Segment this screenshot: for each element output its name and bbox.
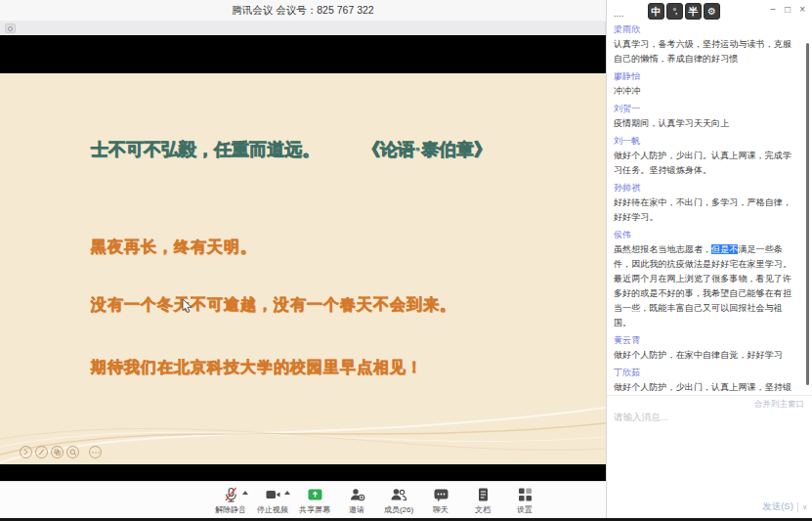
tencent-meeting-screen: 腾讯会议 会议号：825 767 322 士不可不弘毅，任重而道远。 《论语·泰… (0, 0, 812, 521)
chat-sender-name: 丁欣茹 (614, 366, 800, 380)
presenter-more-button[interactable] (89, 446, 102, 458)
stop-video-label: 停止视频 (257, 504, 288, 515)
slide-message-line-3: 期待我们在北京科技大学的校园里早点相见！ (91, 358, 423, 378)
ime-panel: 中°,半⚙ (648, 3, 720, 20)
share-screen-icon-row (307, 486, 323, 502)
chat-message-text: 认真学习，备考六级，坚持运动与读书，克服自己的懒惰，养成自律的好习惯 (614, 37, 800, 66)
presentation-slide: 士不可不弘毅，任重而道远。 《论语·泰伯章》 黑夜再长，终有天明。 没有一个冬天… (0, 73, 606, 464)
chat-message-text: 最近两个月在网上浏览了很多事物，看见了许多好的或是不好的事，我希望自己能够在有担… (614, 272, 800, 330)
ellipsis-icon (92, 451, 100, 455)
maximize-icon[interactable]: □ (785, 4, 791, 16)
ime-settings-gear-button[interactable]: ⚙ (704, 3, 720, 20)
selected-text-highlight: 但是不 (711, 244, 738, 254)
docs-icon-row (475, 486, 491, 502)
chat-sender-name: 刘贺一 (614, 102, 800, 116)
chat-bubble-icon (433, 487, 449, 502)
invite-person-plus-icon (349, 487, 365, 502)
chat-message-text: 虽然想报名当地志愿者，但是不满足一些条件，因此我的抗疫做法是好好宅在家里学习。 (614, 242, 800, 272)
settings-label: 设置 (517, 504, 533, 515)
members-icon-row (390, 486, 407, 502)
merge-to-main-window-link[interactable]: 合并到主窗口 (607, 396, 812, 412)
ime-punctuation-button[interactable]: °, (666, 3, 683, 20)
meeting-title: 腾讯会议 会议号：825 767 322 (232, 4, 373, 18)
chat-sender-name: 侯伟 (614, 228, 800, 242)
toolbar-share-screen-button[interactable]: 共享屏幕 (297, 486, 332, 515)
chat-icon-row (433, 486, 449, 502)
close-icon[interactable]: × (799, 4, 805, 16)
stop-video-icon-row (265, 486, 281, 502)
slide-quote-text: 士不可不弘毅，任重而道远。 (91, 138, 320, 161)
presenter-slides-button[interactable] (51, 446, 64, 458)
chat-message-text: 疫情期间，认真学习天天向上 (614, 116, 800, 131)
toolbar-invite-button[interactable]: 邀请 (339, 486, 374, 515)
slide-quote-source: 《论语·泰伯章》 (363, 138, 491, 161)
send-options-chevron-icon[interactable]: ∨ (802, 503, 807, 511)
presenter-pen-button[interactable] (35, 446, 48, 458)
magnifier-icon (69, 449, 77, 456)
ime-halfwidth-button[interactable]: 半 (685, 3, 702, 20)
minimize-icon[interactable]: − (770, 4, 776, 16)
members-icon (390, 487, 407, 502)
slide-message-line-2: 没有一个冬天不可逾越，没有一个春天不会到来。 (91, 295, 456, 316)
microphone-muted-icon (223, 487, 239, 502)
chat-message-list[interactable]: .... 梁雨欣认真学习，备考六级，坚持运动与读书，克服自己的懒惰，养成自律的好… (614, 8, 800, 391)
chat-message-text: 做好个人防护，在家中自律自觉，好好学习 (614, 348, 800, 363)
share-screen-label: 共享屏幕 (299, 504, 330, 515)
docs-label: 文档 (475, 504, 491, 515)
toolbar-stop-video-button[interactable]: 停止视频 (255, 486, 290, 515)
send-row: 发送(S) ∨ (762, 500, 807, 513)
shared-app-menu-icon (8, 26, 13, 31)
presenter-next-button[interactable] (20, 446, 32, 458)
chat-sender-name: 廖静怡 (614, 69, 800, 84)
chat-message-input[interactable] (614, 412, 804, 482)
invite-icon-row (349, 486, 365, 502)
mouse-cursor (182, 298, 192, 314)
screen-share-stage: 士不可不弘毅，任重而道远。 《论语·泰伯章》 黑夜再长，终有天明。 没有一个冬天… (0, 35, 606, 481)
toolbar-docs-button[interactable]: 文档 (465, 486, 500, 515)
meeting-toolbar: 解除静音 停止视频 共享屏幕 邀请 成员(26) 聊天 文档 设置 (0, 481, 606, 518)
presenter-controls (20, 446, 102, 458)
chat-sender-name: 孙帅祺 (614, 181, 800, 195)
chat-scrollbar[interactable] (806, 43, 809, 385)
members-label: 成员(26) (384, 504, 413, 515)
chat-message-text: 冲冲冲 (614, 84, 800, 99)
chat-window: −□× .... 梁雨欣认真学习，备考六级，坚持运动与读书，克服自己的懒惰，养成… (606, 0, 812, 518)
toolbar-settings-button[interactable]: 设置 (507, 486, 542, 515)
meeting-main-window: 腾讯会议 会议号：825 767 322 士不可不弘毅，任重而道远。 《论语·泰… (0, 0, 606, 518)
unmute-options-arrow-icon[interactable] (242, 491, 248, 495)
chat-message-text: 做好个人防护，少出门。认真上网课，完成学习任务。坚持锻炼身体。 (614, 149, 800, 178)
meeting-title-bar: 腾讯会议 会议号：825 767 322 (0, 0, 606, 22)
chat-sender-name: 刘一帆 (614, 134, 800, 149)
unmute-label: 解除静音 (215, 504, 246, 515)
settings-grid-icon (517, 487, 534, 502)
send-button[interactable]: 发送(S) (762, 500, 793, 513)
document-icon (475, 487, 491, 502)
chat-label: 聊天 (433, 504, 449, 515)
settings-icon-row (517, 486, 534, 502)
send-separator (797, 502, 798, 512)
toolbar-chat-button[interactable]: 聊天 (423, 486, 458, 515)
camera-icon (265, 487, 281, 502)
toolbar-unmute-button[interactable]: 解除静音 (213, 486, 248, 515)
slide-message-line-1: 黑夜再长，终有天明。 (91, 238, 257, 258)
presenter-zoom-button[interactable] (66, 446, 79, 458)
ime-chinese-mode-button[interactable]: 中 (648, 3, 664, 20)
slides-overview-icon (54, 449, 61, 456)
toolbar-members-button[interactable]: 成员(26) (381, 486, 416, 515)
unmute-icon-row (223, 486, 239, 502)
chat-message-text: 做好个人防护，少出门，认真上网课，坚持锻炼，趁这段时间在家完成更多想充实自己的事 (614, 380, 800, 391)
chat-sender-name: 梁雨欣 (614, 22, 800, 37)
shared-app-strip (0, 22, 606, 35)
chat-sender-name: 黄云霄 (614, 333, 800, 348)
pen-icon (38, 449, 45, 456)
chat-message-text: 好好待在家中，不出门，多学习，严格自律，好好学习。 (614, 195, 800, 225)
arrow-right-icon (22, 449, 29, 456)
invite-label: 邀请 (349, 504, 364, 515)
chat-input-section: 合并到主窗口 发送(S) ∨ (607, 395, 812, 518)
stop-video-options-arrow-icon[interactable] (284, 491, 290, 495)
chat-window-controls: −□× (770, 4, 805, 16)
shared-app-menu-button[interactable] (5, 23, 16, 33)
slide-quote-line: 士不可不弘毅，任重而道远。 《论语·泰伯章》 (91, 138, 491, 161)
share-screen-icon (307, 487, 323, 502)
toolbar-items: 解除静音 停止视频 共享屏幕 邀请 成员(26) 聊天 文档 设置 (213, 482, 606, 515)
